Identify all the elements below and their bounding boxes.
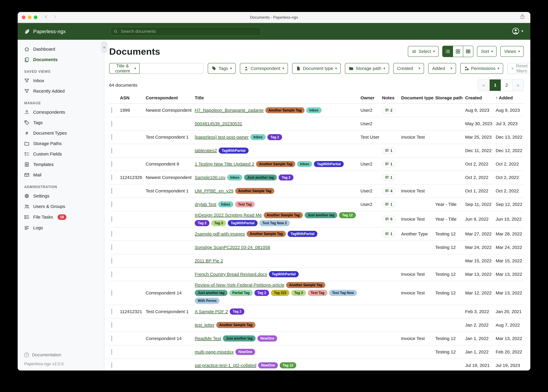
tag-chip[interactable]: Just another tag	[195, 290, 227, 296]
row-checkbox[interactable]	[111, 309, 112, 315]
pagination-prev-button[interactable]: «	[478, 79, 489, 91]
close-window-button[interactable]	[22, 15, 25, 19]
tag-chip[interactable]: Tag 2	[254, 290, 269, 296]
sidebar-item-tags[interactable]: Tags	[18, 117, 104, 128]
storage-path-cell[interactable]: Testing 12	[435, 290, 465, 295]
tag-chip[interactable]: Tag 3	[291, 290, 306, 296]
document-link[interactable]: H7_Napoleon_Bonaparte_zadanie	[195, 108, 264, 113]
sidebar-item-recently-added[interactable]: Recently Added	[18, 86, 104, 96]
tag-chip[interactable]: Tag 2	[230, 308, 244, 315]
select-button[interactable]: Select▾	[408, 46, 439, 57]
row-checkbox[interactable]	[111, 175, 112, 180]
sidebar-item-settings[interactable]: Settings	[18, 191, 104, 201]
tag-chip[interactable]: Test Tag	[308, 290, 327, 296]
tag-chip[interactable]: Inbox	[227, 175, 242, 181]
notes-count-button[interactable]: 2	[382, 107, 396, 114]
storage-path-cell[interactable]: Testing 12	[435, 231, 465, 237]
tag-chip[interactable]: With Perms	[195, 298, 220, 304]
minimize-window-button[interactable]	[28, 15, 31, 19]
tag-chip[interactable]: Test Tag New	[329, 290, 357, 296]
row-checkbox[interactable]	[111, 362, 112, 368]
reset-filters-button[interactable]: ×Reset filters	[507, 63, 530, 74]
notes-count-button[interactable]: 1	[382, 174, 396, 181]
sidebar-item-document-types[interactable]: #Document Types	[18, 128, 104, 138]
title-content-dropdown[interactable]: Title & content▾	[109, 63, 140, 74]
document-link[interactable]: A Sample PDF 2	[195, 309, 228, 314]
row-checkbox[interactable]	[111, 290, 112, 296]
tag-chip[interactable]: Another Sample Tag	[264, 212, 303, 218]
row-checkbox[interactable]	[111, 336, 112, 341]
added-filter-button[interactable]: Added ▾	[428, 63, 456, 74]
pagination-next-button[interactable]: »	[512, 79, 523, 91]
tag-chip[interactable]: TagWithPartial	[269, 271, 299, 277]
storage-path-cell[interactable]: Testing 12	[435, 350, 465, 355]
tag-chip[interactable]: Another Sample Tag	[286, 282, 325, 288]
global-search[interactable]	[110, 27, 261, 36]
correspondent-cell[interactable]: Newest Correspondent	[146, 175, 195, 180]
zoom-window-button[interactable]	[34, 15, 37, 19]
back-icon[interactable]	[44, 15, 48, 20]
pagination-page-1[interactable]: 1	[489, 79, 501, 91]
sidebar-item-dashboard[interactable]: Dashboard	[18, 44, 104, 54]
sidebar-item-templates[interactable]: Templates	[18, 159, 104, 170]
document-link[interactable]: ReadMe Test	[195, 336, 221, 341]
col-header-owner[interactable]: Owner	[361, 95, 382, 100]
correspondent-cell[interactable]: Newest Correspondent	[146, 108, 195, 113]
row-checkbox[interactable]	[111, 147, 112, 154]
tag-chip[interactable]: Tag 3	[211, 220, 226, 226]
document-link[interactable]: 2sample-pdf-with-images	[195, 231, 245, 237]
sidebar-item-documents[interactable]: Documents	[18, 54, 104, 65]
document-type-cell[interactable]: Invoice Test	[401, 135, 435, 140]
row-checkbox[interactable]	[111, 322, 112, 328]
sidebar-item-inbox[interactable]: Inbox	[18, 76, 104, 86]
document-type-cell[interactable]: Another Type	[401, 231, 435, 237]
storage-path-cell[interactable]: Year - Title	[435, 202, 465, 207]
correspondent-cell[interactable]: Test Correspondent 1	[146, 135, 195, 140]
tag-chip[interactable]: NewOne	[235, 349, 255, 355]
document-link[interactable]: InDesign 2022 Scripting Read Me	[195, 213, 262, 218]
permissions-filter-button[interactable]: Permissions▾	[460, 63, 503, 74]
correspondent-cell[interactable]: Correspondent 9	[146, 161, 195, 167]
tag-chip[interactable]: TagWithPartial	[219, 147, 248, 154]
search-input[interactable]	[120, 29, 258, 34]
tag-chip[interactable]: NewOne	[258, 362, 278, 368]
app-brand[interactable]: Paperless-ngx	[24, 28, 66, 35]
tag-chip[interactable]: Partial Tag	[229, 290, 252, 296]
row-checkbox[interactable]	[111, 271, 112, 277]
created-filter-button[interactable]: Created ▾	[393, 63, 424, 74]
sidebar-item-users-groups[interactable]: Users & Groups	[18, 201, 104, 212]
tag-chip[interactable]: Inbox	[218, 201, 233, 208]
tag-chip[interactable]: Another Sample Tag	[256, 161, 295, 167]
document-link[interactable]: 2011 BP Pie 2	[195, 258, 223, 263]
storage-path-filter-button[interactable]: Storage path▾	[345, 63, 389, 74]
col-header-added[interactable]: ↑Added	[496, 95, 524, 100]
document-type-cell[interactable]: Invoice Test	[401, 217, 435, 222]
row-checkbox[interactable]	[111, 121, 112, 126]
col-header-notes[interactable]: Notes	[382, 95, 401, 100]
tag-chip[interactable]: Another Sample Tag	[265, 107, 304, 113]
view-list-button[interactable]	[443, 46, 453, 57]
tag-chip[interactable]: Just another tag	[223, 335, 256, 342]
tag-chip[interactable]: Tag 12	[280, 362, 296, 368]
sidebar-collapse-button[interactable]: «	[101, 42, 107, 53]
notes-count-button[interactable]: 1	[382, 147, 396, 154]
sidebar-item-file-tasks[interactable]: File Tasks16	[18, 212, 104, 223]
tag-chip[interactable]: Tag 12	[339, 212, 356, 218]
correspondent-cell[interactable]: Test Correspondent 1	[146, 188, 195, 193]
correspondent-cell[interactable]: Test Correspondent 1	[146, 309, 195, 314]
title-content-input[interactable]	[140, 63, 203, 74]
col-header-title[interactable]: Title	[195, 95, 361, 100]
col-header-storage-path[interactable]: Storage path	[435, 95, 465, 100]
document-link[interactable]: UM_PPBE_en_v29	[195, 188, 233, 193]
document-link[interactable]: drylab Test	[195, 202, 216, 207]
tag-chip[interactable]: Tag 222	[271, 290, 289, 296]
tag-chip[interactable]: Test Tag New 2	[259, 220, 290, 226]
row-checkbox[interactable]	[111, 231, 112, 237]
view-grid-button[interactable]	[453, 46, 463, 57]
share-icon[interactable]	[520, 14, 525, 20]
sidebar-item-correspondents[interactable]: Correspondents	[18, 107, 104, 117]
notes-count-button[interactable]: 6	[382, 216, 396, 223]
col-header-created[interactable]: Created	[465, 95, 496, 100]
notes-count-button[interactable]: 4	[382, 188, 396, 194]
document-link[interactable]: multi-page-mixedxx	[195, 350, 234, 355]
